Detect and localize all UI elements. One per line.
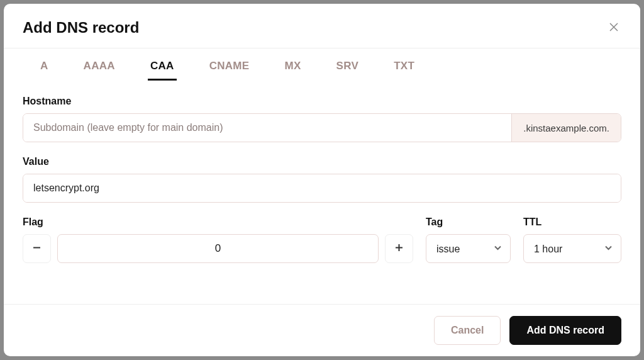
modal-title: Add DNS record — [23, 19, 139, 37]
hostname-field-group: Hostname .kinstaexample.com. — [23, 96, 621, 142]
close-button[interactable] — [606, 20, 621, 35]
hostname-input-wrapper: .kinstaexample.com. — [23, 113, 621, 142]
flag-tag-ttl-row: Flag Tag — [23, 217, 621, 277]
hostname-label: Hostname — [23, 96, 621, 107]
tab-caa[interactable]: CAA — [148, 60, 177, 81]
flag-input[interactable] — [57, 234, 379, 263]
dns-record-modal: Add DNS record A AAAA CAA CNAME MX SRV T… — [4, 4, 640, 356]
value-input[interactable] — [23, 174, 621, 202]
tag-field-group: Tag issue — [426, 217, 511, 263]
modal-footer: Cancel Add DNS record — [4, 304, 640, 356]
tag-select-wrap: issue — [426, 234, 511, 263]
modal-header: Add DNS record — [4, 4, 640, 48]
add-dns-record-button[interactable]: Add DNS record — [509, 316, 621, 345]
value-label: Value — [23, 156, 621, 167]
ttl-select-wrap: 1 hour — [523, 234, 621, 263]
tab-a[interactable]: A — [38, 60, 51, 81]
flag-stepper — [23, 234, 413, 263]
tab-mx[interactable]: MX — [282, 60, 303, 81]
tag-select[interactable]: issue — [426, 234, 511, 263]
ttl-select[interactable]: 1 hour — [523, 234, 621, 263]
close-icon — [609, 23, 618, 33]
tag-label: Tag — [426, 217, 511, 228]
plus-icon — [394, 243, 404, 254]
tab-txt[interactable]: TXT — [391, 60, 417, 81]
tab-aaaa[interactable]: AAAA — [81, 60, 118, 81]
value-field-group: Value — [23, 156, 621, 203]
hostname-input[interactable] — [23, 114, 511, 142]
ttl-field-group: TTL 1 hour — [523, 217, 621, 263]
value-input-wrapper — [23, 174, 621, 203]
record-type-tabs: A AAAA CAA CNAME MX SRV TXT — [4, 48, 640, 81]
form-body: Hostname .kinstaexample.com. Value Flag — [4, 81, 640, 304]
ttl-label: TTL — [523, 217, 621, 228]
hostname-suffix: .kinstaexample.com. — [511, 114, 621, 142]
minus-icon — [32, 243, 42, 254]
flag-field-group: Flag — [23, 217, 413, 263]
flag-decrement-button[interactable] — [23, 234, 51, 263]
flag-label: Flag — [23, 217, 413, 228]
cancel-button[interactable]: Cancel — [434, 316, 501, 345]
tab-cname[interactable]: CNAME — [207, 60, 252, 81]
tab-srv[interactable]: SRV — [334, 60, 362, 81]
flag-increment-button[interactable] — [385, 234, 413, 263]
